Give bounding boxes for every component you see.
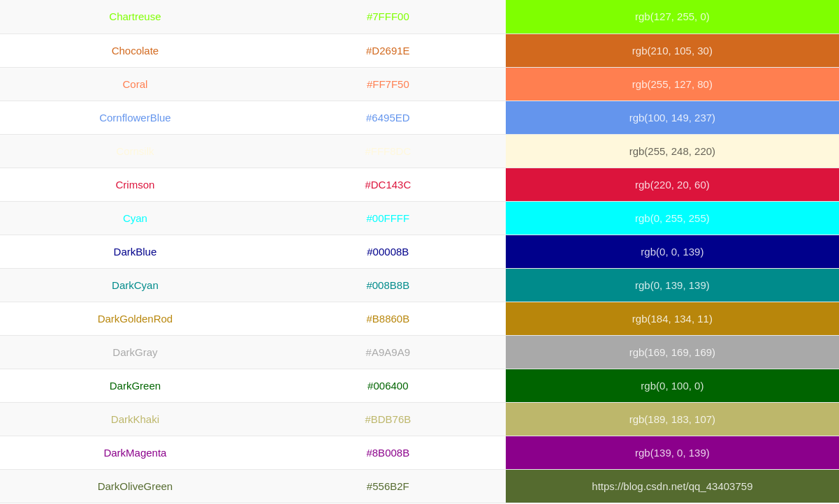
color-name: Cyan bbox=[0, 201, 270, 235]
color-swatch: rgb(0, 139, 139) bbox=[506, 268, 839, 302]
color-hex: #7FFF00 bbox=[270, 0, 506, 34]
color-hex: #FFF8DC bbox=[270, 134, 506, 168]
color-hex: #BDB76B bbox=[270, 402, 506, 436]
color-swatch: rgb(220, 20, 60) bbox=[506, 168, 839, 201]
table-row: Cornsilk#FFF8DCrgb(255, 248, 220) bbox=[0, 134, 839, 168]
color-swatch: rgb(189, 183, 107) bbox=[506, 402, 839, 436]
color-hex: #556B2F bbox=[270, 469, 506, 503]
table-row: Chocolate#D2691Ergb(210, 105, 30) bbox=[0, 34, 839, 67]
table-row: DarkGray#A9A9A9rgb(169, 169, 169) bbox=[0, 335, 839, 369]
color-hex: #DC143C bbox=[270, 168, 506, 201]
table-row: Crimson#DC143Crgb(220, 20, 60) bbox=[0, 168, 839, 201]
table-row: Cyan#00FFFFrgb(0, 255, 255) bbox=[0, 201, 839, 235]
table-row: DarkKhaki#BDB76Brgb(189, 183, 107) bbox=[0, 402, 839, 436]
color-swatch: rgb(0, 0, 139) bbox=[506, 235, 839, 268]
table-row: DarkCyan#008B8Brgb(0, 139, 139) bbox=[0, 268, 839, 302]
color-hex: #6495ED bbox=[270, 101, 506, 134]
color-table: Chartreuse#7FFF00rgb(127, 255, 0)Chocola… bbox=[0, 0, 839, 503]
color-name: Cornsilk bbox=[0, 134, 270, 168]
color-name: DarkGreen bbox=[0, 369, 270, 402]
color-swatch: rgb(100, 149, 237) bbox=[506, 101, 839, 134]
color-name: Crimson bbox=[0, 168, 270, 201]
color-swatch: rgb(169, 169, 169) bbox=[506, 335, 839, 369]
color-swatch: rgb(255, 248, 220) bbox=[506, 134, 839, 168]
color-swatch: rgb(0, 255, 255) bbox=[506, 201, 839, 235]
color-name: CornflowerBlue bbox=[0, 101, 270, 134]
color-name: Chartreuse bbox=[0, 0, 270, 34]
color-name: DarkGray bbox=[0, 335, 270, 369]
color-hex: #A9A9A9 bbox=[270, 335, 506, 369]
color-hex: #00008B bbox=[270, 235, 506, 268]
color-hex: #FF7F50 bbox=[270, 67, 506, 101]
color-swatch: rgb(0, 100, 0) bbox=[506, 369, 839, 402]
color-swatch: rgb(210, 105, 30) bbox=[506, 34, 839, 67]
table-row: Coral#FF7F50rgb(255, 127, 80) bbox=[0, 67, 839, 101]
color-hex: #00FFFF bbox=[270, 201, 506, 235]
table-row: DarkOliveGreen#556B2Fhttps://blog.csdn.n… bbox=[0, 469, 839, 503]
table-row: Chartreuse#7FFF00rgb(127, 255, 0) bbox=[0, 0, 839, 34]
color-swatch: https://blog.csdn.net/qq_43403759 bbox=[506, 469, 839, 503]
color-hex: #8B008B bbox=[270, 436, 506, 469]
color-name: DarkCyan bbox=[0, 268, 270, 302]
color-name: DarkOliveGreen bbox=[0, 469, 270, 503]
color-name: DarkBlue bbox=[0, 235, 270, 268]
color-name: Chocolate bbox=[0, 34, 270, 67]
color-swatch: rgb(184, 134, 11) bbox=[506, 302, 839, 335]
table-row: CornflowerBlue#6495EDrgb(100, 149, 237) bbox=[0, 101, 839, 134]
color-hex: #006400 bbox=[270, 369, 506, 402]
color-hex: #008B8B bbox=[270, 268, 506, 302]
color-swatch: rgb(127, 255, 0) bbox=[506, 0, 839, 34]
table-row: DarkMagenta#8B008Brgb(139, 0, 139) bbox=[0, 436, 839, 469]
color-hex: #B8860B bbox=[270, 302, 506, 335]
color-hex: #D2691E bbox=[270, 34, 506, 67]
color-swatch: rgb(255, 127, 80) bbox=[506, 67, 839, 101]
color-name: DarkKhaki bbox=[0, 402, 270, 436]
color-name: Coral bbox=[0, 67, 270, 101]
color-name: DarkMagenta bbox=[0, 436, 270, 469]
table-row: DarkGreen#006400rgb(0, 100, 0) bbox=[0, 369, 839, 402]
table-row: DarkGoldenRod#B8860Brgb(184, 134, 11) bbox=[0, 302, 839, 335]
table-row: DarkBlue#00008Brgb(0, 0, 139) bbox=[0, 235, 839, 268]
color-name: DarkGoldenRod bbox=[0, 302, 270, 335]
color-swatch: rgb(139, 0, 139) bbox=[506, 436, 839, 469]
